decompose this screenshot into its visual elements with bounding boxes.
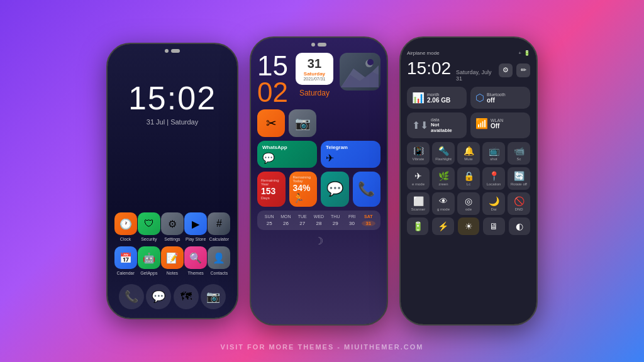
cc-wlan-tile[interactable]: 📶 WLAN Off (470, 112, 530, 138)
clock-label: Clock (120, 237, 131, 241)
messaging-widgets-row: WhatsApp 💬 Telegram ✈ (257, 141, 380, 168)
lock-screen-bg: 15:02 31 Jul | Saturday 🕐 Clock 🛡 Securi… (108, 44, 237, 318)
telegram-widget[interactable]: Telegram ✈ (321, 141, 380, 168)
location-button[interactable]: 📍 Location (482, 167, 505, 190)
screen-button[interactable]: 🖥 (483, 217, 504, 235)
app-clock[interactable]: 🕐 Clock (114, 212, 137, 241)
date-weekday: Saturday (302, 71, 327, 77)
cc-bluetooth-status: off (487, 97, 506, 104)
cc-edit-button[interactable]: ✏ (516, 63, 530, 77)
quick-apps-row: ✂ 📷 (257, 109, 380, 137)
cc-settings-button[interactable]: ⚙ (499, 63, 513, 77)
remaining-today-value: 34% (293, 183, 314, 193)
date-card-widget: 31 Saturday 2021/07/31 (296, 53, 333, 85)
rotate-button[interactable]: 🔄 Rotate off (508, 167, 530, 190)
cal-30: 30 (345, 221, 359, 226)
stats-row: Remaining Year 153 Days Remaining Today … (257, 172, 380, 207)
airplane-button[interactable]: ✈ e mode (407, 167, 430, 190)
app-getapps[interactable]: 🤖 GetApps (138, 246, 160, 275)
cal-thu: THU (328, 214, 342, 219)
phone-widget[interactable]: 📞 (353, 172, 381, 207)
app-calculator[interactable]: # Calculator (208, 212, 230, 241)
cc-data-tile-content: 📊 month 2.06 GB (412, 92, 462, 104)
cc-bluetooth-info: Bluetooth off (487, 92, 506, 104)
phone-2-screen: 15 02 31 Saturday 2021/07/31 Saturday (251, 38, 387, 324)
green-mode-button[interactable]: 🌿 zreen (432, 167, 455, 190)
weather-svg (341, 56, 379, 87)
clock-minute: 02 (257, 79, 288, 106)
flashlight-icon: 🔦 (438, 146, 449, 156)
add-icon: + (518, 50, 521, 56)
battery-saver-button[interactable]: 🔋 (407, 217, 428, 235)
camera-app[interactable]: 📷 (289, 109, 316, 137)
control-center-bg: Airplane mode + 🔋 15:02 Saturday, July 3… (401, 38, 536, 324)
battery-saver-icon: 🔋 (413, 221, 423, 231)
themes-label: Themes (188, 271, 204, 275)
playstore-label: Play Store (186, 237, 206, 241)
vibrate-icon: 📳 (413, 146, 424, 156)
messages-button[interactable]: 💬 (146, 284, 171, 309)
cal-fri: FRI (345, 214, 359, 219)
cc-bottom-controls: 🔋 ⚡ ☀ 🖥 ◐ (407, 217, 530, 235)
screenshot-icon: 📺 (489, 146, 499, 156)
camera-button[interactable]: 📷 (201, 284, 226, 309)
app-contacts[interactable]: 👤 Contacts (208, 246, 230, 275)
phone-button[interactable]: 📞 (119, 284, 144, 309)
settings-icon: ⚙ (161, 212, 184, 235)
remaining-today-label: Remaining Today (293, 175, 314, 183)
app-calendar[interactable]: 📅 Calendar (114, 246, 137, 275)
airplane-label: e mode (412, 182, 425, 186)
scissors-app[interactable]: ✂ (257, 109, 285, 137)
app-settings[interactable]: ⚙ Settings (161, 212, 184, 241)
dark-mode-button[interactable]: 🌙 Dai (482, 192, 505, 215)
cc-bluetooth-tile[interactable]: ⬡ Bluetooth off (470, 87, 530, 109)
sun-button[interactable]: ☀ (458, 217, 479, 235)
eye-icon: 👁 (439, 196, 448, 206)
cc-main-tiles: 📊 month 2.06 GB ⬡ Bluetooth (407, 87, 530, 138)
playstore-icon: ▶ (184, 212, 207, 235)
contrast-button[interactable]: ◐ (509, 217, 530, 235)
app-themes[interactable]: 🔍 Themes (184, 246, 207, 275)
security-icon: 🛡 (138, 212, 160, 235)
mute-button[interactable]: 🔔 Mute (457, 142, 480, 165)
cc-mobile-data-tile[interactable]: ⬆⬇ data Not available (407, 112, 467, 138)
lock-icon: 🔒 (464, 171, 474, 181)
app-notes[interactable]: 📝 Notes (161, 246, 184, 275)
location-icon: 📍 (489, 171, 499, 181)
whatsapp-widget[interactable]: WhatsApp 💬 (257, 141, 317, 168)
grayscale-button[interactable]: ◎ ode (457, 192, 480, 215)
clock-icon: 🕐 (114, 212, 137, 235)
green-icon: 🌿 (438, 171, 449, 181)
cal-mon: MON (279, 214, 292, 219)
screen-record-icon: 📹 (514, 146, 525, 156)
screen-record-button[interactable]: 📹 Sc (508, 142, 530, 165)
vibrate-button[interactable]: 📳 Vibrate (407, 142, 430, 165)
remaining-year-value: 153 (261, 186, 282, 196)
app-playstore[interactable]: ▶ Play Store (184, 212, 207, 241)
maps-button[interactable]: 🗺 (174, 284, 199, 309)
flashlight-button[interactable]: 🔦 Flashlight (432, 142, 455, 165)
themes-icon: 🔍 (184, 246, 207, 269)
dnd-button[interactable]: 🚫 DND (508, 192, 530, 215)
location-label: Location (487, 182, 501, 186)
status-dot-2 (311, 43, 315, 47)
dark-mode-icon: 🌙 (489, 196, 499, 206)
contrast-icon: ◐ (516, 221, 523, 231)
cal-26: 26 (279, 221, 292, 226)
scanner-button[interactable]: ⬜ Scanner (407, 192, 430, 215)
cc-wlan-content: 📶 WLAN Off (475, 118, 525, 129)
cc-mobile-content: ⬆⬇ data Not available (412, 118, 462, 133)
date-full: 2021/07/31 (302, 77, 327, 81)
screenshot-button[interactable]: 📺 shot (482, 142, 505, 165)
home-screen-bg: 15 02 31 Saturday 2021/07/31 Saturday (251, 38, 387, 324)
cc-mobile-info: data Not available (431, 118, 462, 133)
cc-wlan-info: WLAN Off (491, 118, 503, 129)
bluetooth-icon: ⬡ (475, 92, 484, 104)
messages-widget[interactable]: 💬 (321, 172, 349, 207)
eye-mode-button[interactable]: 👁 g mode (432, 192, 455, 215)
apps-row-1: 🕐 Clock 🛡 Security ⚙ Settings ▶ (114, 212, 231, 241)
app-security[interactable]: 🛡 Security (138, 212, 160, 241)
lock-button[interactable]: 🔒 Lc (457, 167, 480, 190)
power-button[interactable]: ⚡ (432, 217, 453, 235)
cc-data-tile[interactable]: 📊 month 2.06 GB (407, 87, 467, 109)
